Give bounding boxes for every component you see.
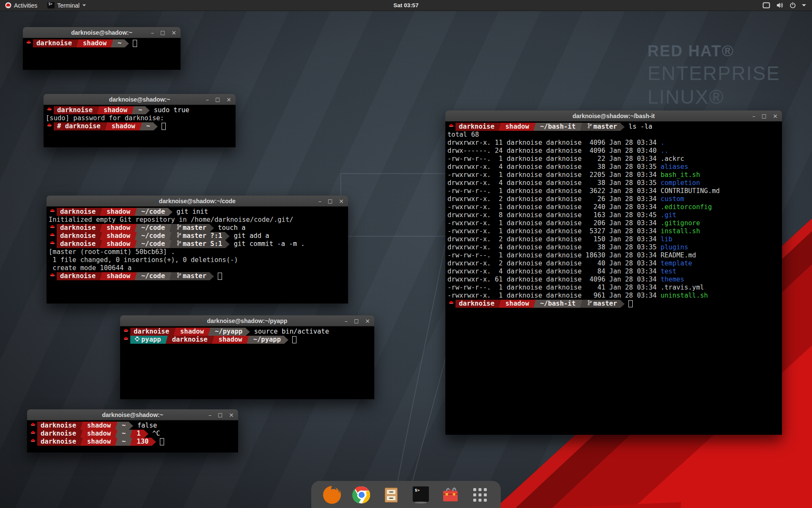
- minimize-button[interactable]: –: [318, 198, 321, 204]
- window-controls: –□×: [151, 27, 176, 38]
- redhat-icon: [25, 39, 33, 47]
- dock-item-terminal[interactable]: $>: [411, 485, 431, 505]
- close-button[interactable]: ×: [365, 318, 370, 324]
- window-controls: –□×: [318, 196, 344, 206]
- terminal-output-line: -rwxrwxr-x. 1 darknoise darknoise 961 Ja…: [447, 292, 780, 300]
- clock[interactable]: Sat 03:57: [393, 2, 418, 8]
- powerline-arrow: [284, 336, 288, 344]
- terminal-cursor: [292, 336, 296, 343]
- powerline-separator: [498, 123, 502, 131]
- prompt-segment: ~/pyapp: [250, 336, 284, 344]
- prompt-segment: shadow: [108, 122, 139, 130]
- window-titlebar[interactable]: darknoise@shadow:~/code–□×: [47, 196, 348, 207]
- prompt-segment: shadow: [80, 39, 110, 47]
- prompt-segment: pyapp: [130, 336, 165, 344]
- maximize-button[interactable]: □: [354, 318, 359, 324]
- output-text: 1 file changed, 0 insertions(+), 0 delet…: [49, 256, 238, 264]
- output-text: .ackrc: [661, 155, 684, 163]
- powerline-separator: [579, 123, 583, 131]
- files-icon: [382, 486, 401, 504]
- minimize-button[interactable]: –: [206, 97, 209, 102]
- close-button[interactable]: ×: [339, 198, 344, 204]
- terminal-body[interactable]: darknoiseshadow~ falsedarknoiseshadow~1 …: [27, 420, 238, 453]
- window-title: darknoise@shadow:~/bash-it: [573, 113, 655, 119]
- dock-item-chrome[interactable]: [352, 485, 371, 505]
- terminal-body[interactable]: darknoiseshadow~ sudo true[sudo] passwor…: [44, 105, 236, 147]
- prompt-segment: ~/pyapp: [211, 328, 246, 336]
- powerline-separator: [139, 122, 143, 130]
- system-status-area[interactable]: [757, 0, 812, 11]
- minimize-button[interactable]: –: [151, 30, 154, 36]
- prompt-segment: shadow: [502, 300, 532, 308]
- output-text: total 68: [447, 131, 479, 139]
- prompt-segment: darknoise: [37, 438, 80, 446]
- window-titlebar[interactable]: darknoise@shadow:~/bash-it–□×: [445, 110, 782, 121]
- powerline-separator: [498, 300, 502, 308]
- powerline-arrow: [620, 123, 625, 131]
- maximize-button[interactable]: □: [762, 113, 766, 119]
- window-titlebar[interactable]: darknoise@shadow:~/pyapp–□×: [120, 315, 374, 326]
- close-button[interactable]: ×: [226, 97, 231, 102]
- power-icon: [790, 2, 796, 8]
- redhat-icon: [46, 106, 54, 114]
- terminal-body[interactable]: darknoiseshadow~: [23, 38, 181, 70]
- maximize-button[interactable]: □: [218, 412, 222, 418]
- activities-button[interactable]: Activities: [0, 0, 42, 11]
- output-text: drwx------. 24 darknoise darknoise 4096 …: [447, 147, 661, 155]
- app-menu-terminal[interactable]: $> Terminal: [42, 0, 91, 11]
- prompt-segment: master S:1: [173, 240, 225, 248]
- close-button[interactable]: ×: [229, 412, 234, 418]
- window-titlebar[interactable]: darknoise@shadow:~–□×: [27, 409, 238, 420]
- redhat-icon: [29, 430, 37, 438]
- terminal-output-line: create mode 100644 a: [49, 264, 346, 272]
- output-text: .travis.yml: [661, 284, 704, 292]
- prompt-segment: darknoise: [37, 422, 80, 430]
- dock-item-files[interactable]: [381, 485, 401, 505]
- close-button[interactable]: ×: [773, 113, 778, 119]
- close-button[interactable]: ×: [171, 30, 176, 36]
- minimize-button[interactable]: –: [752, 113, 755, 119]
- powerline-separator: [99, 224, 103, 232]
- executable-name: .editorconfig: [661, 203, 712, 211]
- terminal-body[interactable]: darknoiseshadow~/bash-itmaster ls -latot…: [445, 121, 782, 435]
- minimize-button[interactable]: –: [208, 412, 211, 418]
- maximize-button[interactable]: □: [328, 198, 332, 204]
- dock-item-firefox[interactable]: [322, 485, 342, 505]
- prompt-segment: master: [583, 300, 620, 308]
- prompt-segment: shadow: [103, 208, 134, 216]
- output-text: CONTRIBUTING.md: [661, 187, 720, 195]
- window-titlebar[interactable]: darknoise@shadow:~–□×: [44, 94, 236, 105]
- branch-icon: [176, 272, 183, 278]
- redhat-icon: [29, 422, 37, 430]
- prompt-segment: ~/code: [138, 232, 168, 240]
- command-text: git commit -a -m .: [230, 240, 304, 248]
- app-grid-icon: [472, 487, 488, 503]
- terminal-output-line: -rwxrwxr-x. 1 darknoise darknoise 206 Ja…: [447, 219, 780, 227]
- maximize-button[interactable]: □: [215, 97, 220, 102]
- output-text: -rwxrwxr-x. 1 darknoise darknoise 206 Ja…: [447, 219, 661, 227]
- toolbox-icon: [441, 486, 460, 504]
- terminal-body[interactable]: darknoiseshadow~/pyapp source bin/activa…: [120, 326, 374, 399]
- output-text: -rw-rw-r--. 1 darknoise darknoise 18630 …: [447, 251, 661, 260]
- terminal-output-line: -rwxrwxr-x. 1 darknoise darknoise 2205 J…: [447, 171, 780, 179]
- redhat-icon: [46, 122, 54, 130]
- prompt-segment: ~/code: [138, 272, 168, 280]
- dock-item-toolbox[interactable]: [441, 485, 460, 505]
- terminal-output-line: total 68: [447, 131, 780, 139]
- brand-enterprise: ENTERPRISE: [647, 62, 780, 85]
- powerline-separator: [99, 208, 103, 216]
- maximize-button[interactable]: □: [160, 30, 165, 36]
- display-icon: [763, 2, 770, 8]
- powerline-separator: [168, 272, 173, 280]
- terminal-prompt-line: darknoiseshadow~/code git init: [49, 208, 346, 216]
- branch-icon: [176, 232, 183, 238]
- dock-item-app-grid[interactable]: [470, 485, 490, 505]
- window-title: darknoise@shadow:~: [102, 411, 163, 418]
- minimize-button[interactable]: –: [345, 318, 348, 324]
- terminal-cursor: [133, 40, 137, 47]
- activities-label: Activities: [14, 2, 37, 9]
- terminal-output-line: Initialized empty Git repository in /hom…: [49, 216, 346, 224]
- window-titlebar[interactable]: darknoise@shadow:~–□×: [23, 27, 181, 38]
- terminal-body[interactable]: darknoiseshadow~/code git initInitialize…: [47, 207, 348, 304]
- prompt-segment: darknoise: [54, 106, 96, 114]
